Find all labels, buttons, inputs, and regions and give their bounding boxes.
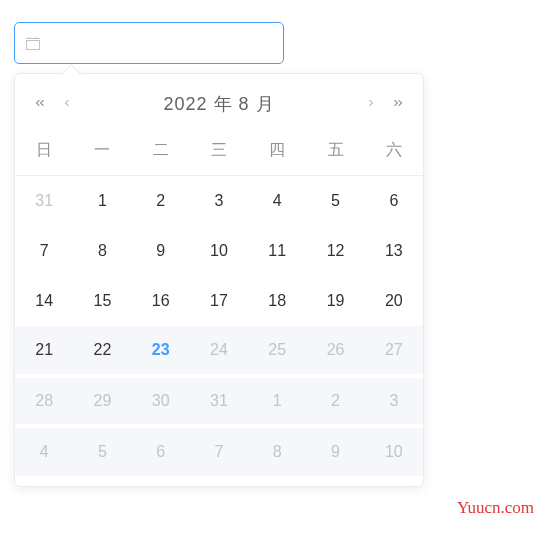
- weekday-header: 六: [365, 130, 423, 176]
- weekday-header: 日: [15, 130, 73, 176]
- day-number: 21: [27, 333, 61, 367]
- day-number: 8: [260, 435, 294, 469]
- calendar-header: 2022 年 8 月: [15, 84, 423, 124]
- day-number: 9: [144, 234, 178, 268]
- date-picker-panel: 2022 年 8 月 日一二三四五六 311234567891011121314…: [14, 73, 424, 487]
- watermark: Yuucn.com: [457, 498, 534, 518]
- nav-prev-group: [33, 96, 73, 113]
- next-year-button[interactable]: [391, 96, 405, 113]
- day-number: 16: [144, 284, 178, 318]
- day-number: 22: [85, 333, 119, 367]
- table-row: 21222324252627: [15, 326, 423, 376]
- day-cell[interactable]: 7: [15, 226, 73, 276]
- day-number: 6: [377, 184, 411, 218]
- day-cell[interactable]: 31: [15, 176, 73, 226]
- day-cell[interactable]: 9: [306, 426, 364, 476]
- day-cell[interactable]: 6: [132, 426, 190, 476]
- day-number: 17: [202, 284, 236, 318]
- day-number: 20: [377, 284, 411, 318]
- day-cell[interactable]: 1: [248, 376, 306, 426]
- day-number: 18: [260, 284, 294, 318]
- table-row: 14151617181920: [15, 276, 423, 326]
- day-number: 7: [27, 234, 61, 268]
- day-number: 6: [144, 435, 178, 469]
- weekday-header: 五: [306, 130, 364, 176]
- day-number: 3: [377, 384, 411, 418]
- day-cell[interactable]: 4: [15, 426, 73, 476]
- day-cell[interactable]: 10: [365, 426, 423, 476]
- day-cell[interactable]: 3: [190, 176, 248, 226]
- day-number: 4: [260, 184, 294, 218]
- weekday-header: 三: [190, 130, 248, 176]
- day-cell[interactable]: 31: [190, 376, 248, 426]
- day-number: 2: [319, 384, 353, 418]
- day-cell[interactable]: 22: [73, 326, 131, 376]
- day-cell[interactable]: 5: [73, 426, 131, 476]
- table-row: 45678910: [15, 426, 423, 476]
- day-number: 8: [85, 234, 119, 268]
- day-number: 12: [319, 234, 353, 268]
- day-number: 3: [202, 184, 236, 218]
- day-cell[interactable]: 13: [365, 226, 423, 276]
- current-month-label[interactable]: 2022 年 8 月: [163, 92, 274, 116]
- weekday-header: 一: [73, 130, 131, 176]
- day-cell[interactable]: 7: [190, 426, 248, 476]
- day-cell[interactable]: 3: [365, 376, 423, 426]
- day-cell[interactable]: 19: [306, 276, 364, 326]
- day-number: 25: [260, 333, 294, 367]
- day-cell[interactable]: 27: [365, 326, 423, 376]
- day-cell[interactable]: 18: [248, 276, 306, 326]
- day-number: 26: [319, 333, 353, 367]
- day-cell[interactable]: 5: [306, 176, 364, 226]
- day-cell[interactable]: 24: [190, 326, 248, 376]
- day-cell[interactable]: 9: [132, 226, 190, 276]
- day-number: 24: [202, 333, 236, 367]
- day-number: 2: [144, 184, 178, 218]
- day-number: 30: [144, 384, 178, 418]
- day-cell[interactable]: 1: [73, 176, 131, 226]
- day-cell[interactable]: 12: [306, 226, 364, 276]
- day-cell[interactable]: 8: [248, 426, 306, 476]
- day-number: 1: [85, 184, 119, 218]
- day-number: 5: [85, 435, 119, 469]
- prev-month-button[interactable]: [61, 96, 73, 112]
- day-cell[interactable]: 28: [15, 376, 73, 426]
- day-cell[interactable]: 6: [365, 176, 423, 226]
- day-cell[interactable]: 16: [132, 276, 190, 326]
- day-cell[interactable]: 4: [248, 176, 306, 226]
- weekday-row: 日一二三四五六: [15, 130, 423, 176]
- day-cell[interactable]: 11: [248, 226, 306, 276]
- day-number: 31: [202, 384, 236, 418]
- table-row: 78910111213: [15, 226, 423, 276]
- day-cell[interactable]: 25: [248, 326, 306, 376]
- day-cell[interactable]: 17: [190, 276, 248, 326]
- prev-year-button[interactable]: [33, 96, 47, 113]
- day-cell[interactable]: 10: [190, 226, 248, 276]
- day-cell[interactable]: 15: [73, 276, 131, 326]
- day-number: 23: [144, 333, 178, 367]
- day-number: 13: [377, 234, 411, 268]
- day-cell[interactable]: 2: [132, 176, 190, 226]
- day-number: 29: [85, 384, 119, 418]
- day-cell[interactable]: 26: [306, 326, 364, 376]
- day-cell[interactable]: 14: [15, 276, 73, 326]
- day-number: 14: [27, 284, 61, 318]
- day-number: 19: [319, 284, 353, 318]
- date-input-wrapper[interactable]: [14, 22, 284, 64]
- day-cell[interactable]: 23: [132, 326, 190, 376]
- weekday-header: 二: [132, 130, 190, 176]
- day-number: 10: [377, 435, 411, 469]
- day-number: 15: [85, 284, 119, 318]
- day-cell[interactable]: 2: [306, 376, 364, 426]
- calendar-icon: [25, 35, 41, 51]
- day-number: 28: [27, 384, 61, 418]
- day-cell[interactable]: 8: [73, 226, 131, 276]
- day-cell[interactable]: 21: [15, 326, 73, 376]
- day-cell[interactable]: 30: [132, 376, 190, 426]
- day-number: 9: [319, 435, 353, 469]
- next-month-button[interactable]: [365, 96, 377, 112]
- date-input[interactable]: [49, 35, 273, 52]
- day-cell[interactable]: 20: [365, 276, 423, 326]
- day-cell[interactable]: 29: [73, 376, 131, 426]
- day-number: 27: [377, 333, 411, 367]
